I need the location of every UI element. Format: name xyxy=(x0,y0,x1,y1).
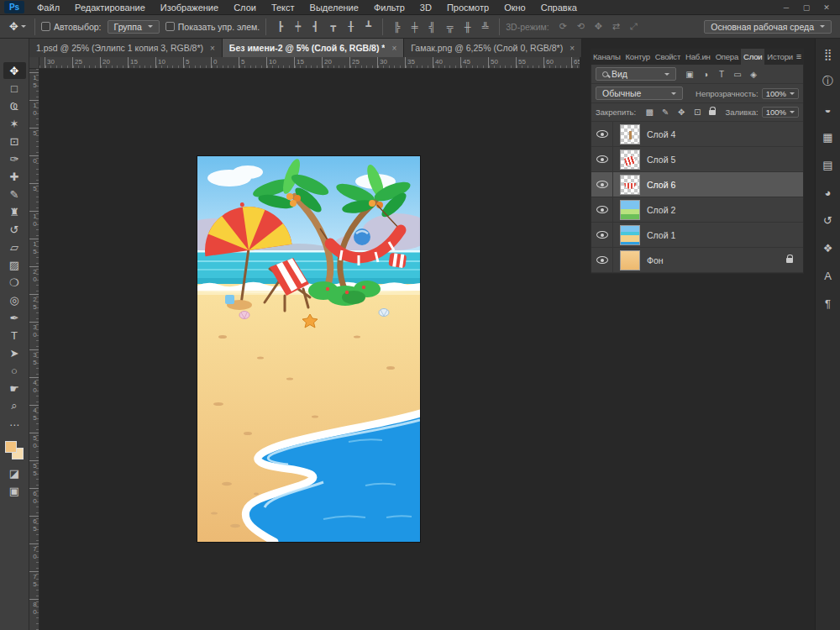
menu-item[interactable]: Текст xyxy=(264,0,302,15)
hand-tool[interactable]: ☛ xyxy=(3,380,26,396)
filter-pixel-layers-icon[interactable]: ▣ xyxy=(683,68,696,81)
eyedropper-tool[interactable]: ✑ xyxy=(3,150,26,167)
layer-row[interactable]: Фон xyxy=(591,248,803,273)
path-selection-tool[interactable]: ➤ xyxy=(3,344,26,361)
menu-item[interactable]: Окно xyxy=(496,0,533,15)
panel-tab[interactable]: Наб.ин xyxy=(683,49,713,65)
history-panel-icon[interactable]: ↺ xyxy=(820,212,837,228)
quick-selection-tool[interactable]: ✶ xyxy=(3,115,26,132)
menu-item[interactable]: Выделение xyxy=(302,0,366,15)
brush-tool[interactable]: ✎ xyxy=(3,186,26,202)
align-left-edges-icon[interactable]: ┣ xyxy=(272,18,288,35)
document-tab[interactable]: 1.psd @ 25% (Эллипс 1 копия 3, RGB/8*) × xyxy=(29,39,223,57)
menu-item[interactable]: Справка xyxy=(533,0,585,15)
layer-visibility-toggle[interactable] xyxy=(591,223,613,247)
align-bottom-edges-icon[interactable]: ┻ xyxy=(360,18,376,35)
tool-preset-dropdown[interactable]: ✥ xyxy=(7,18,29,34)
ruler-corner[interactable] xyxy=(29,57,39,69)
3d-roll-icon[interactable]: ⟲ xyxy=(573,18,589,35)
swatches-panel-icon[interactable]: ▦ xyxy=(820,129,837,145)
distribute-right-edges-icon[interactable]: ╩ xyxy=(477,18,493,35)
menu-item[interactable]: Фильтр xyxy=(366,0,412,15)
lock-artboard-icon[interactable]: ⊡ xyxy=(690,106,704,118)
character-panel-icon[interactable]: A xyxy=(820,267,837,284)
clone-stamp-tool[interactable]: ♜ xyxy=(3,203,26,220)
layer-row[interactable]: Слой 6 xyxy=(591,172,803,197)
move-tool[interactable]: ✥ xyxy=(3,62,26,79)
close-icon[interactable]: × xyxy=(210,44,215,53)
layer-row[interactable]: Слой 4 xyxy=(591,122,803,147)
align-horizontal-centers-icon[interactable]: ┿ xyxy=(290,18,306,35)
show-transform-checkbox[interactable]: Показать упр. элем. xyxy=(165,22,260,32)
history-brush-tool[interactable]: ↺ xyxy=(3,221,26,238)
canvas-area[interactable] xyxy=(39,69,580,630)
pen-tool[interactable]: ✒ xyxy=(3,309,26,326)
layer-row[interactable]: Слой 2 xyxy=(591,197,803,223)
panel-tab[interactable]: Контур xyxy=(623,49,653,65)
menu-item[interactable]: Просмотр xyxy=(439,0,496,15)
menu-item[interactable]: Слои xyxy=(226,0,264,15)
panel-tab[interactable]: Истори xyxy=(764,49,795,65)
menu-item[interactable]: Файл xyxy=(29,0,67,15)
layer-visibility-toggle[interactable] xyxy=(591,248,613,272)
distribute-vertical-centers-icon[interactable]: ╪ xyxy=(407,18,423,35)
layer-row[interactable]: Слой 1 xyxy=(591,223,803,248)
layer-filter-dropdown[interactable]: Вид xyxy=(596,67,676,81)
align-top-edges-icon[interactable]: ┳ xyxy=(325,18,341,35)
panel-menu-icon[interactable]: ≡ xyxy=(792,49,806,65)
edit-toolbar-icon[interactable]: ⋯ xyxy=(3,417,26,433)
lock-transparent-pixels-icon[interactable]: ▩ xyxy=(643,106,656,118)
lock-position-icon[interactable]: ✥ xyxy=(675,106,688,118)
horizontal-type-tool[interactable]: T xyxy=(3,327,26,344)
panel-tab[interactable]: Слои xyxy=(741,49,764,65)
document-tab[interactable]: Без имени-2 @ 5% (Слой 6, RGB/8) * × xyxy=(223,39,404,57)
opacity-field[interactable]: 100% xyxy=(762,88,799,99)
autoselect-checkbox[interactable]: Автовыбор: xyxy=(41,22,102,32)
document-tab[interactable]: Гамак.png @ 6,25% (Слой 0, RGB/8*) × xyxy=(404,39,582,57)
distribute-left-edges-icon[interactable]: ╦ xyxy=(442,18,458,35)
maximize-button[interactable]: ▢ xyxy=(796,1,816,14)
filter-type-layers-icon[interactable]: T xyxy=(715,68,728,81)
3d-scale-icon[interactable]: ⤢ xyxy=(626,18,642,35)
info-icon[interactable]: ⓘ xyxy=(820,73,837,90)
blend-mode-dropdown[interactable]: Обычные xyxy=(596,87,683,100)
layer-visibility-toggle[interactable] xyxy=(591,172,613,197)
color-swatches[interactable] xyxy=(5,441,24,459)
align-right-edges-icon[interactable]: ┫ xyxy=(307,18,323,35)
layer-visibility-toggle[interactable] xyxy=(591,197,613,222)
lock-image-pixels-icon[interactable]: ✎ xyxy=(659,106,672,118)
ellipse-shape-tool[interactable]: ○ xyxy=(3,362,26,379)
close-icon[interactable]: × xyxy=(570,44,575,53)
eraser-tool[interactable]: ▱ xyxy=(3,239,26,255)
close-button[interactable]: ✕ xyxy=(816,1,837,14)
adjustments-panel-icon[interactable]: ◕ xyxy=(820,184,837,201)
rectangular-marquee-tool[interactable]: □ xyxy=(3,80,26,97)
menu-item[interactable]: Редактирование xyxy=(67,0,153,15)
workspace-dropdown[interactable]: Основная рабочая среда xyxy=(704,20,832,34)
panel-tab[interactable]: Свойст xyxy=(653,49,683,65)
blur-tool[interactable]: ❍ xyxy=(3,274,26,291)
spot-healing-brush-tool[interactable]: ✚ xyxy=(3,168,26,185)
distribute-top-edges-icon[interactable]: ╠ xyxy=(389,18,405,35)
vertical-ruler[interactable]: 1510505101520253035404550556065707580 xyxy=(29,69,39,630)
minimize-button[interactable]: ─ xyxy=(776,1,796,14)
layer-visibility-toggle[interactable] xyxy=(591,147,613,171)
libraries-panel-icon[interactable]: ▤ xyxy=(820,156,837,173)
panel-tab[interactable]: Опера xyxy=(713,49,741,65)
apps-grid-icon[interactable]: ⣿ xyxy=(820,45,837,62)
align-vertical-centers-icon[interactable]: ╂ xyxy=(343,18,359,35)
paragraph-panel-icon[interactable]: ¶ xyxy=(820,295,837,312)
filter-adjustment-layers-icon[interactable]: ◑ xyxy=(699,68,712,81)
menu-item[interactable]: Изображение xyxy=(153,0,226,15)
fill-field[interactable]: 100% xyxy=(762,107,799,118)
brush-settings-panel-icon[interactable]: ❖ xyxy=(820,239,837,256)
filter-shape-layers-icon[interactable]: ▭ xyxy=(731,68,744,81)
autoselect-target-dropdown[interactable]: Группа xyxy=(108,20,160,34)
3d-drag-icon[interactable]: ✥ xyxy=(591,18,606,35)
filter-smart-objects-icon[interactable]: ◈ xyxy=(747,68,760,81)
distribute-bottom-edges-icon[interactable]: ╣ xyxy=(424,18,440,35)
lock-all-icon[interactable] xyxy=(709,110,716,115)
crop-tool[interactable]: ⊡ xyxy=(3,133,26,150)
document-canvas[interactable] xyxy=(197,156,420,542)
gradient-tool[interactable]: ▨ xyxy=(3,256,26,273)
